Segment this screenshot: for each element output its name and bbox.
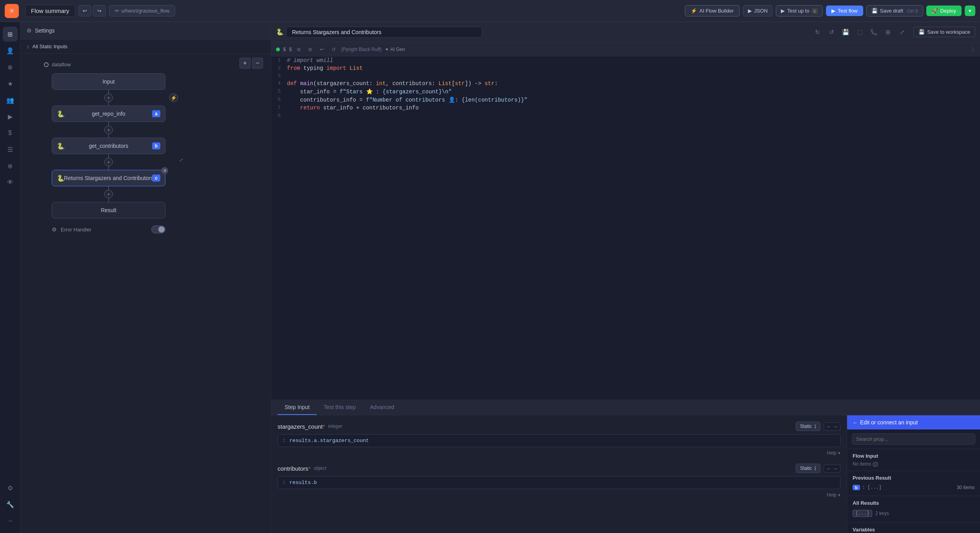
static-inputs-row[interactable]: ↕ All Static Inputs (20, 40, 271, 54)
grid-icon-btn[interactable]: ⊞ (882, 26, 894, 38)
static-arrows-2: ← → (824, 464, 840, 473)
redo-button[interactable]: ↪ (93, 5, 106, 16)
connector-2: + (52, 122, 165, 138)
b-badge-connect: b (853, 485, 860, 490)
test-flow-label: Test flow (838, 8, 858, 14)
sidebar-item-grid[interactable]: ⊞ (3, 27, 18, 42)
arrow-left-2[interactable]: ← (826, 466, 831, 471)
close-node-btn[interactable]: ✕ (161, 167, 168, 174)
static-info-icon-2[interactable]: ℹ (814, 465, 816, 471)
status-end-icon: ⋮ (971, 47, 975, 52)
stargazers-code-box[interactable]: 1 results.a.stargazers_count (278, 434, 840, 447)
sidebar-item-dollar[interactable]: $ (3, 126, 18, 140)
phone-icon-btn[interactable]: 📞 (868, 26, 880, 38)
sidebar-item-plus2[interactable]: ⊕ (3, 158, 18, 173)
input-section: stargazers_count* integer Static ℹ ← → (271, 415, 847, 533)
arrow-right-2[interactable]: → (833, 466, 838, 471)
all-results-item[interactable]: {...} 2 keys (853, 508, 975, 518)
drag-handle[interactable]: ⤢ (179, 157, 183, 163)
status-undo[interactable]: ↩ (318, 46, 326, 53)
tab-step-input[interactable]: Step Input (278, 400, 317, 415)
play-icon-2: ▶ (831, 8, 835, 14)
status-dollar-2[interactable]: $ (289, 46, 292, 52)
connector-4: + (52, 186, 165, 202)
path-display[interactable]: ✏ u/henri/gracious_flow (109, 5, 176, 16)
static-badge-1[interactable]: Static ℹ (796, 422, 820, 431)
lightning-btn-1[interactable]: ⚡ (169, 93, 178, 102)
help-label-1[interactable]: Help (827, 450, 837, 456)
deploy-button[interactable]: 🚀 Deploy (926, 5, 962, 16)
sidebar-item-settings[interactable]: ⚙ (3, 480, 18, 495)
tab-advanced[interactable]: Advanced (363, 400, 401, 415)
line-num-8: 8 (271, 113, 287, 118)
code-editor[interactable]: 1 # import wmill 2 from typing import Li… (271, 56, 980, 400)
code-filename-input[interactable] (286, 27, 482, 38)
previous-result-item[interactable]: b : [...] 30 items (853, 483, 975, 492)
tab-test-this-step[interactable]: Test this step (317, 400, 363, 415)
status-dollar-1[interactable]: $ (283, 46, 286, 52)
input-node[interactable]: Input (52, 73, 165, 90)
back-icon-btn[interactable]: ↺ (826, 26, 837, 38)
status-copy-2[interactable]: ⧉ (306, 46, 314, 53)
deploy-more-button[interactable]: ▾ (965, 5, 975, 16)
connect-search-input[interactable] (852, 433, 975, 445)
add-node-btn-2[interactable]: + (104, 126, 113, 134)
save-icon-btn[interactable]: 💾 (840, 26, 851, 38)
json-button[interactable]: ▶ JSON (743, 5, 773, 16)
contributors-code-box[interactable]: 1 results.b (278, 476, 840, 489)
json-icon: ▶ (748, 8, 752, 14)
sidebar-item-arrow[interactable]: → (3, 513, 18, 528)
sidebar-item-play[interactable]: ▶ (3, 109, 18, 124)
ai-gen-button[interactable]: ✦ AI Gen (385, 47, 405, 52)
error-handler-toggle[interactable] (151, 226, 165, 233)
sidebar-item-plus[interactable]: ⊕ (3, 60, 18, 75)
static-badge-2[interactable]: Static ℹ (796, 464, 820, 473)
sidebar-item-user[interactable]: 👤 (3, 43, 18, 58)
ai-flow-builder-button[interactable]: ⚡ AI Flow Builder (685, 5, 739, 16)
expand-icon-btn[interactable]: ⬚ (854, 26, 866, 38)
save-draft-label: Save draft (880, 8, 903, 14)
zoom-out-button[interactable]: − (252, 58, 263, 69)
static-info-icon-1[interactable]: ℹ (814, 423, 816, 429)
code-num-1: 1 (283, 438, 285, 444)
refresh-icon-btn[interactable]: ↻ (811, 26, 823, 38)
test-up-to-button[interactable]: ▶ Test up to c (776, 5, 823, 16)
prev-result-code: [...] (867, 485, 882, 490)
undo-button[interactable]: ↩ (78, 5, 91, 16)
get-contributors-node[interactable]: 🐍 get_contributors b (52, 138, 165, 154)
returns-stargazers-node[interactable]: ✕ 🐍 Returns Stargazers and Contributors … (52, 170, 165, 186)
zoom-in-button[interactable]: + (240, 58, 250, 69)
test-flow-button[interactable]: ▶ Test flow (826, 5, 863, 16)
stargazers-count-row: stargazers_count* integer Static ℹ ← → (278, 422, 840, 456)
status-refresh[interactable]: ↺ (329, 46, 338, 53)
sidebar-item-people[interactable]: 👥 (3, 93, 18, 107)
save-workspace-button[interactable]: 💾 Save to workspace (913, 27, 975, 37)
save-draft-button[interactable]: 💾 Save draft Ctrl S (866, 5, 923, 16)
topbar: ☀ Flow summary ↩ ↪ ✏ u/henri/gracious_fl… (0, 0, 980, 22)
connect-panel-header[interactable]: ← Edit or connect an input (847, 415, 980, 429)
status-pyright: (Pyright Black Ruff) (341, 47, 381, 52)
all-results-badge: {...} (853, 510, 872, 517)
code-toolbar-icons: ↻ ↺ 💾 ⬚ 📞 ⊞ ⤢ 💾 Save to workspace (811, 26, 975, 38)
sidebar-item-list[interactable]: ☰ (3, 142, 18, 157)
error-handler-row: ⚙ Error Handler (52, 226, 165, 233)
flow-summary-title[interactable]: Flow summary (25, 5, 75, 17)
add-node-btn-1[interactable]: + (104, 93, 113, 102)
dataflow-text: dataflow (52, 62, 71, 67)
result-node[interactable]: Result (52, 202, 165, 218)
arrow-left-1[interactable]: ← (826, 424, 831, 429)
static-label-1: Static (800, 424, 812, 429)
status-copy-1[interactable]: ⧉ (295, 46, 303, 53)
fullscreen-icon-btn[interactable]: ⤢ (896, 26, 908, 38)
get-repo-info-node[interactable]: 🐍 get_repo_info a (52, 106, 165, 122)
sidebar-item-eye[interactable]: 👁 (3, 175, 18, 190)
add-node-btn-3[interactable]: + (104, 158, 113, 166)
line-num-7: 7 (271, 105, 287, 111)
save-ws-label: Save to workspace (927, 29, 970, 35)
sidebar-item-tools[interactable]: 🔧 (3, 497, 18, 512)
sidebar-item-star[interactable]: ★ (3, 76, 18, 91)
arrow-right-1[interactable]: → (833, 424, 838, 429)
add-node-btn-4[interactable]: + (104, 190, 113, 198)
path-edit-icon: ✏ (115, 8, 119, 14)
help-label-2[interactable]: Help (827, 492, 837, 498)
